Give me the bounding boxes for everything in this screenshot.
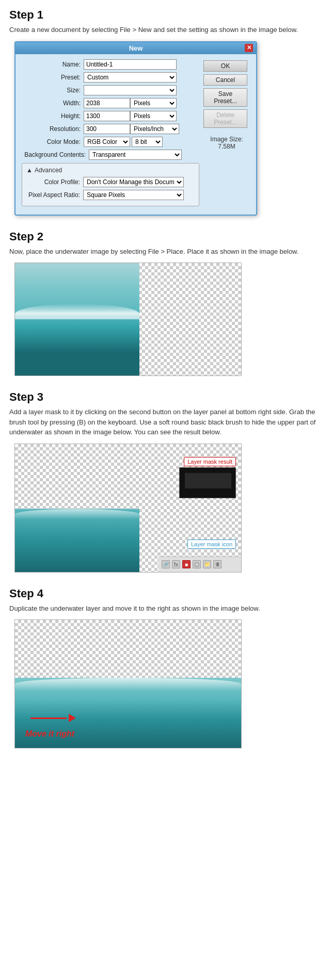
layer-panel-bar: 🔗 fx ■ ◯ 📁 🗑	[159, 557, 241, 572]
layer-trash-icon: 🗑	[213, 560, 222, 568]
step2-ocean-image	[15, 263, 139, 375]
size-row: Size:	[22, 85, 199, 95]
step4-section: Step 4 Duplicate the underwater layer an…	[9, 587, 323, 749]
cancel-button[interactable]: Cancel	[203, 74, 247, 86]
bg-contents-select[interactable]: Transparent	[89, 150, 182, 160]
resolution-input[interactable]	[84, 124, 130, 134]
image-size-display: Image Size: 7.58M	[203, 136, 250, 150]
layer-mask-result-label: Layer mask result	[184, 457, 236, 466]
preset-label: Preset:	[22, 74, 84, 81]
height-row: Height: Pixels	[22, 111, 199, 121]
height-label: Height:	[22, 112, 84, 120]
height-input[interactable]	[84, 111, 130, 121]
width-row: Width: Pixels	[22, 98, 199, 108]
layer-circle-icon: ◯	[193, 560, 201, 568]
image-size-label: Image Size:	[203, 136, 250, 143]
page-content: Step 1 Create a new document by selectin…	[0, 0, 332, 771]
step3-section: Step 3 Add a layer mask to it by clickin…	[9, 390, 323, 573]
advanced-section: ▲ Advanced Color Profile: Don't Color Ma…	[22, 163, 199, 206]
arrow-head	[69, 714, 76, 722]
step2-canvas	[14, 263, 242, 376]
dialog-titlebar: New ✕	[15, 42, 256, 54]
step1-title: Step 1	[9, 8, 323, 22]
height-unit-select[interactable]: Pixels	[130, 111, 177, 121]
delete-preset-button[interactable]: Delete Preset...	[203, 109, 247, 128]
size-label: Size:	[22, 87, 84, 94]
pixel-ratio-select[interactable]: Square Pixels	[83, 190, 184, 200]
pixel-ratio-row: Pixel Aspect Ratio: Square Pixels	[26, 190, 195, 200]
step4-canvas: Move it right	[14, 619, 242, 748]
advanced-title: ▲ Advanced	[26, 167, 195, 174]
layer-fx-icon: fx	[172, 560, 180, 568]
advanced-chevron-icon: ▲	[26, 167, 33, 174]
color-profile-row: Color Profile: Don't Color Manage this D…	[26, 177, 195, 187]
size-select[interactable]	[84, 85, 177, 95]
name-label: Name:	[22, 61, 84, 68]
color-bit-select[interactable]: 8 bit	[132, 137, 163, 147]
layer-folder-icon: 📁	[203, 560, 211, 568]
dialog-title: New	[129, 44, 143, 52]
move-it-right-label: Move it right	[25, 729, 74, 739]
preset-select[interactable]: Custom	[84, 72, 177, 83]
move-right-arrow	[30, 714, 76, 722]
width-unit-select[interactable]: Pixels	[130, 98, 177, 108]
resolution-unit-select[interactable]: Pixels/Inch	[130, 124, 179, 134]
name-input[interactable]	[84, 59, 177, 70]
image-size-value: 7.58M	[203, 143, 250, 150]
ok-button[interactable]: OK	[203, 60, 247, 72]
step3-description: Add a layer mask to it by clicking on th…	[9, 407, 323, 437]
step2-section: Step 2 Now, place the underwater image b…	[9, 230, 323, 377]
width-input[interactable]	[84, 98, 130, 108]
width-label: Width:	[22, 100, 84, 107]
step3-canvas: Layer mask result Layer mask icon 🔗 fx ■…	[14, 444, 242, 573]
color-profile-select[interactable]: Don't Color Manage this Document	[83, 177, 184, 187]
name-row: Name:	[22, 59, 199, 70]
dialog-body: Name: Preset: Custom Size:	[15, 54, 256, 215]
save-preset-button[interactable]: Save Preset...	[203, 88, 247, 107]
step1-description: Create a new document by selecting File …	[9, 25, 323, 35]
preset-row: Preset: Custom	[22, 72, 199, 83]
pixel-ratio-label: Pixel Aspect Ratio:	[26, 191, 83, 199]
dialog-close-button[interactable]: ✕	[245, 44, 253, 52]
arrow-line	[30, 717, 67, 719]
step1-section: Step 1 Create a new document by selectin…	[9, 8, 323, 216]
step3-title: Step 3	[9, 390, 323, 404]
step4-description: Duplicate the underwater layer and move …	[9, 603, 323, 614]
color-profile-label: Color Profile:	[26, 178, 83, 186]
step2-ocean-waves	[15, 304, 139, 319]
layer-mask-icon: ■	[182, 560, 191, 568]
advanced-label: Advanced	[35, 167, 62, 174]
color-mode-select[interactable]: RGB Color	[84, 137, 130, 147]
step2-description: Now, place the underwater image by selec…	[9, 247, 323, 257]
step4-title: Step 4	[9, 587, 323, 600]
layer-mask-icon-label: Layer mask icon	[187, 540, 236, 549]
resolution-label: Resolution:	[22, 125, 84, 133]
color-mode-label: Color Mode:	[22, 138, 84, 145]
bg-contents-label: Background Contents:	[22, 151, 89, 158]
layer-mask-thumbnail	[179, 467, 236, 498]
layer-mask-thumbnail-inner	[185, 473, 231, 488]
step3-wave	[15, 509, 139, 519]
step4-wave	[15, 678, 241, 691]
step3-ocean-image	[15, 508, 139, 572]
step2-title: Step 2	[9, 230, 323, 243]
layer-link-icon: 🔗	[162, 560, 170, 568]
color-mode-row: Color Mode: RGB Color 8 bit	[22, 137, 199, 147]
bg-contents-row: Background Contents: Transparent	[22, 150, 199, 160]
dialog-right-panel: OK Cancel Save Preset... Delete Preset..…	[203, 59, 250, 209]
resolution-row: Resolution: Pixels/Inch	[22, 124, 199, 134]
dialog-left-panel: Name: Preset: Custom Size:	[22, 59, 199, 209]
ps-dialog: New ✕ Name: Preset: Custom	[14, 41, 257, 216]
